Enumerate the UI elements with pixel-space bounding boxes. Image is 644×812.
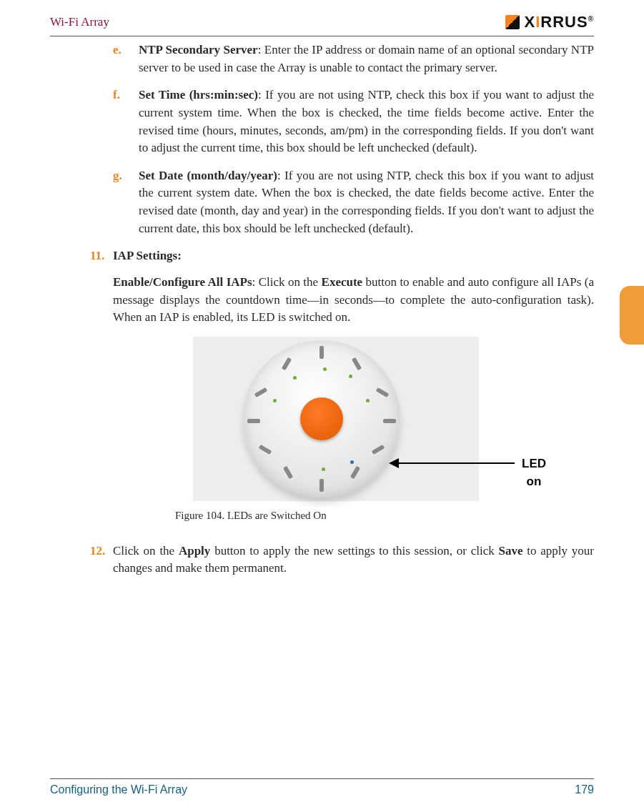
port-icon bbox=[247, 419, 260, 423]
list-item-11: 11. IAP Settings: bbox=[50, 247, 594, 265]
led-icon bbox=[350, 460, 354, 464]
heading-iap-settings: IAP Settings: bbox=[113, 249, 182, 262]
port-icon bbox=[350, 466, 360, 480]
logo-post: RRUS bbox=[540, 13, 588, 31]
port-icon bbox=[254, 387, 268, 397]
text-11a: : Click on the bbox=[252, 275, 322, 289]
execute-button-label: Execute bbox=[322, 275, 363, 289]
list-item-f: f. Set Time (hrs:min:sec): If you are no… bbox=[50, 86, 594, 157]
led-icon bbox=[366, 399, 370, 402]
logo-reg: ® bbox=[588, 15, 594, 23]
text-12b: button to apply the new settings to this… bbox=[210, 544, 498, 558]
callout-line bbox=[397, 462, 515, 464]
footer-chapter: Configuring the Wi-Fi Array bbox=[50, 783, 187, 796]
apply-button-label: Apply bbox=[179, 544, 210, 558]
port-icon bbox=[319, 346, 324, 359]
list-body: NTP Secondary Server: Enter the IP addre… bbox=[139, 41, 594, 76]
port-icon bbox=[282, 357, 292, 371]
list-item-e: e. NTP Secondary Server: Enter the IP ad… bbox=[50, 41, 594, 76]
led-on-label: LED on bbox=[522, 455, 546, 490]
page-header: Wi-Fi Array XIRRUS® bbox=[50, 13, 594, 36]
term-set-time: Set Time (hrs:min:sec) bbox=[139, 88, 258, 102]
list-body: Set Date (month/day/year): If you are no… bbox=[139, 167, 594, 238]
array-hub-icon bbox=[300, 397, 343, 440]
list-body: IAP Settings: bbox=[113, 247, 594, 265]
logo-pre: X bbox=[524, 13, 535, 31]
brand-logo-text: XIRRUS® bbox=[524, 13, 594, 31]
led-icon bbox=[323, 367, 327, 371]
list-body: Click on the Apply button to apply the n… bbox=[113, 543, 594, 578]
list-marker: g. bbox=[113, 167, 139, 238]
port-icon bbox=[319, 479, 324, 492]
list-item-g: g. Set Date (month/day/year): If you are… bbox=[50, 167, 594, 238]
section-tab bbox=[620, 286, 644, 345]
list-marker: 12. bbox=[90, 543, 113, 578]
save-button-label: Save bbox=[499, 544, 523, 558]
port-icon bbox=[352, 357, 362, 371]
figure-caption: Figure 104. LEDs are Switched On bbox=[175, 508, 390, 524]
led-icon bbox=[293, 376, 297, 380]
port-icon bbox=[376, 387, 390, 397]
figure-block: LED on Figure 104. LEDs are Switched On bbox=[50, 337, 594, 524]
list-marker: 11. bbox=[90, 247, 113, 265]
brand-logo: XIRRUS® bbox=[505, 13, 594, 31]
port-icon bbox=[259, 445, 272, 455]
term-enable-all-iaps: Enable/Configure All IAPs bbox=[113, 275, 252, 289]
text-12a: Click on the bbox=[113, 544, 179, 558]
port-icon bbox=[283, 466, 293, 480]
led-icon bbox=[273, 399, 277, 402]
led-icon bbox=[322, 467, 325, 471]
product-name: Wi-Fi Array bbox=[50, 15, 109, 29]
list-body: Set Time (hrs:min:sec): If you are not u… bbox=[139, 86, 594, 157]
list-marker: e. bbox=[113, 41, 139, 76]
port-icon bbox=[372, 445, 385, 455]
para-enable-iaps: Enable/Configure All IAPs: Click on the … bbox=[50, 274, 594, 327]
led-icon bbox=[349, 375, 352, 378]
page-footer: Configuring the Wi-Fi Array 179 bbox=[50, 778, 594, 796]
figure-image: LED on bbox=[193, 337, 479, 501]
page-content: e. NTP Secondary Server: Enter the IP ad… bbox=[50, 41, 594, 755]
arrow-left-icon bbox=[389, 458, 399, 468]
port-icon bbox=[383, 419, 396, 423]
list-marker: f. bbox=[113, 86, 139, 157]
brand-logo-icon bbox=[505, 15, 520, 29]
footer-page-number: 179 bbox=[575, 783, 594, 796]
term-ntp-secondary: NTP Secondary Server bbox=[139, 43, 258, 56]
term-set-date: Set Date (month/day/year) bbox=[139, 169, 277, 182]
array-disc-icon bbox=[243, 340, 400, 497]
list-item-12: 12. Click on the Apply button to apply t… bbox=[50, 543, 594, 578]
